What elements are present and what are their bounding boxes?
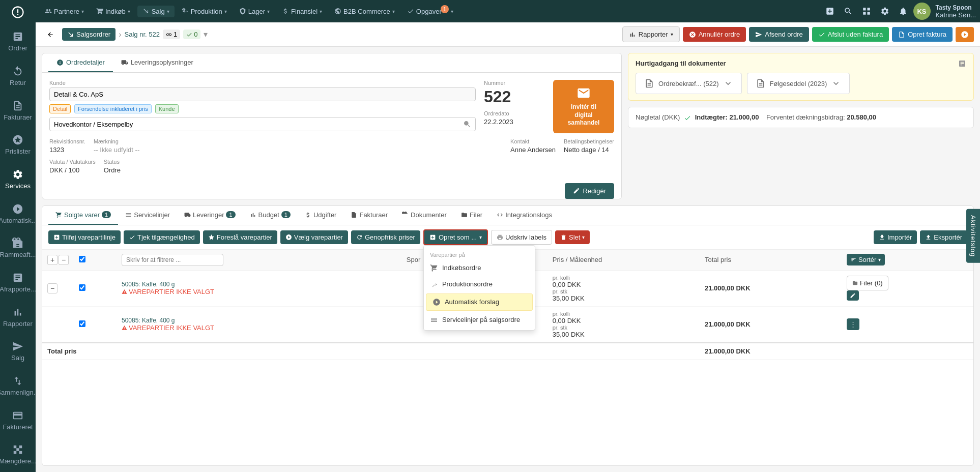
bottom-tabs: Solgte varer 1 Servicelinjer Leveringer …: [42, 206, 973, 225]
breadcrumb-bar: Salgsordrer › Salg nr. 522 1 0 ▾ Rapport…: [36, 22, 980, 47]
kunde-input[interactable]: Detail & Co. ApS: [49, 87, 476, 101]
grid-button[interactable]: [858, 3, 875, 19]
sidebar-item-prislister[interactable]: Prislister: [0, 128, 36, 162]
main-area: Partnere ▾ Indkøb ▾ Salg ▾ Produktion ▾ …: [36, 0, 980, 472]
foresla-button[interactable]: Foreslå varepartier: [203, 230, 277, 244]
afsend-button[interactable]: Afsend ordre: [749, 27, 809, 42]
redigir-button[interactable]: Redigér: [565, 183, 614, 199]
tjek-button[interactable]: Tjek tilgængelighed: [124, 230, 200, 244]
row2-checkbox[interactable]: [79, 320, 85, 327]
order-tabs: Ordredetaljer Leveringsoplysninger: [42, 53, 621, 73]
tab-filer[interactable]: Filer: [454, 206, 489, 225]
link-badge[interactable]: 1: [163, 29, 180, 39]
slet-button[interactable]: Slet ▾: [555, 230, 590, 244]
bottom-section: Solgte varer 1 Servicelinjer Leveringer …: [42, 205, 974, 466]
select-all-checkbox[interactable]: [79, 256, 85, 262]
tab-leveringsoplysninger[interactable]: Leveringsoplysninger: [113, 53, 201, 72]
sidebar-item-afrapporte[interactable]: Afrapporte...: [0, 266, 36, 300]
tab-integrationslogs[interactable]: Integrationslogs: [489, 206, 559, 225]
dropdown-produktionsordre[interactable]: Produktionsordre: [424, 276, 535, 292]
vaelg-button[interactable]: Vælg varepartier: [280, 230, 348, 244]
metrics-card: Nøgletal (DKK) Indtægter: 21.000,00 Forv…: [628, 107, 974, 128]
ordredato-field: Ordredato 22.2.2023: [484, 110, 545, 126]
content-area: Ordredetaljer Leveringsoplysninger Kunde…: [36, 47, 980, 472]
nav-partnere[interactable]: Partnere ▾: [40, 6, 89, 17]
sidebar-item-faktureret[interactable]: Faktureret: [0, 403, 36, 438]
app-logo[interactable]: [0, 0, 36, 24]
nav-produktion[interactable]: Produktion ▾: [177, 6, 232, 17]
afslut-button[interactable]: Afslut uden faktura: [812, 27, 889, 42]
sidebar-item-salg[interactable]: Salg: [0, 334, 36, 369]
sidebar-item-fakturaer[interactable]: Fakturaer: [0, 94, 36, 128]
vareparti-search[interactable]: [122, 254, 223, 266]
total-row: Total pris 21.000,00 DKK: [42, 343, 973, 360]
tab-leveringer[interactable]: Leveringer 1: [177, 206, 243, 225]
kontakt-field: Kontakt Anne Andersen: [510, 138, 556, 154]
annuller-button[interactable]: Annullér ordre: [683, 27, 746, 42]
nav-lager[interactable]: Lager ▾: [234, 6, 275, 17]
tab-udgifter[interactable]: Udgifter: [298, 206, 344, 225]
search-button[interactable]: [840, 3, 856, 19]
opret-faktura-button[interactable]: Opret faktura: [892, 27, 953, 42]
more-btn-1[interactable]: ⋮: [847, 318, 859, 330]
sidebar-item-retur[interactable]: Retur: [0, 59, 36, 94]
row-minus-btn[interactable]: −: [47, 283, 57, 293]
genopfrisk-button[interactable]: Genopfrisk priser: [351, 230, 420, 244]
tab-dokumenter[interactable]: Dokumenter: [395, 206, 454, 225]
betalingsbetingelser-field: Betalingsbetingelser Netto dage / 14: [564, 138, 614, 154]
tab-ordredetaljer[interactable]: Ordredetaljer: [48, 53, 113, 72]
settings-button[interactable]: [877, 3, 893, 19]
salgsordrer-button[interactable]: Salgsordrer: [62, 28, 116, 41]
rapporter-button[interactable]: Rapporter ▾: [622, 26, 680, 42]
tilfoej-button[interactable]: Tilføj varepartilinje: [48, 230, 121, 244]
sidebar-item-ordre[interactable]: Ordrer: [0, 24, 36, 59]
current-order[interactable]: Salg nr. 522: [125, 31, 160, 38]
location-input[interactable]: Hovedkontor / Eksempelby: [49, 117, 476, 131]
eksporter-button[interactable]: Eksportér: [920, 230, 967, 244]
user-avatar[interactable]: KS: [913, 3, 931, 20]
doc-folgeseddel[interactable]: Følgeseddel (2023): [747, 73, 850, 94]
nummer-field: Nummer 522: [484, 80, 545, 106]
remove-row-btn[interactable]: −: [59, 255, 69, 265]
sidebar-item-automatisk[interactable]: Automatisk...: [0, 197, 36, 231]
top-navigation: Partnere ▾ Indkøb ▾ Salg ▾ Produktion ▾ …: [36, 0, 980, 22]
nav-opgaver[interactable]: Opgaver 1 ▾: [402, 6, 458, 17]
dropdown-automatisk-forslag[interactable]: Automatisk forslag: [426, 293, 533, 311]
sidebar-item-services[interactable]: Services: [0, 162, 36, 197]
udskriv-button[interactable]: Udskriv labels: [491, 230, 552, 245]
sidebar-item-rapporter[interactable]: Rapporter: [0, 300, 36, 335]
sidebar-item-sammenlign[interactable]: Sammenlign...: [0, 369, 36, 403]
nav-salg[interactable]: Salg ▾: [137, 6, 175, 17]
status-field: Status Ordre: [104, 159, 121, 174]
tag-kunde: Kunde: [155, 104, 179, 113]
status-button[interactable]: [956, 27, 974, 42]
row1-checkbox[interactable]: [79, 284, 85, 291]
back-button[interactable]: [42, 28, 59, 41]
add-row-btn[interactable]: +: [47, 255, 57, 265]
dropdown-servicelinjer[interactable]: Servicelinjer på salgsordre: [424, 312, 535, 328]
tab-fakturaer[interactable]: Fakturaer: [343, 206, 395, 225]
sidebar-item-maengdere[interactable]: Mængdere...: [0, 437, 36, 472]
nav-indkob[interactable]: Indkøb ▾: [91, 6, 135, 17]
edit-btn-0[interactable]: [847, 290, 859, 301]
opret-som-button[interactable]: Opret som ... ▾: [423, 229, 488, 245]
notification-button[interactable]: [895, 3, 911, 19]
dropdown-indkobsordre[interactable]: Indkøbsordre: [424, 260, 535, 276]
maerkning-field: Mærkning -- Ikke udfyldt --: [94, 138, 502, 154]
aktivitetslog-tab[interactable]: Aktivitetslog: [966, 209, 980, 263]
doc-ordrebekr[interactable]: Ordrebekræf... (522): [636, 73, 742, 94]
invite-card[interactable]: Invitér til digital samhandel: [553, 80, 614, 133]
tab-servicelinjer[interactable]: Servicelinjer: [118, 206, 177, 225]
sidebar-item-rammeaft[interactable]: Rammeaft...: [0, 231, 36, 266]
importer-button[interactable]: Importér: [874, 230, 917, 244]
nav-finansiel[interactable]: Finansiel ▾: [277, 6, 327, 17]
nav-b2b[interactable]: B2B Commerce ▾: [329, 6, 400, 17]
opret-dropdown: Varepartier på Indkøbsordre Produktionso…: [423, 245, 535, 331]
sidebar: Ordrer Retur Fakturaer Prislister Servic…: [0, 0, 36, 472]
check-badge[interactable]: 0: [183, 29, 200, 39]
tab-solgte-varer[interactable]: Solgte varer 1: [48, 206, 118, 225]
filer-button-0[interactable]: Filer (0): [847, 276, 888, 290]
tab-budget[interactable]: Budget 1: [243, 206, 298, 225]
sorter-button[interactable]: Sortér ▾: [847, 254, 885, 266]
add-button[interactable]: [822, 3, 838, 19]
